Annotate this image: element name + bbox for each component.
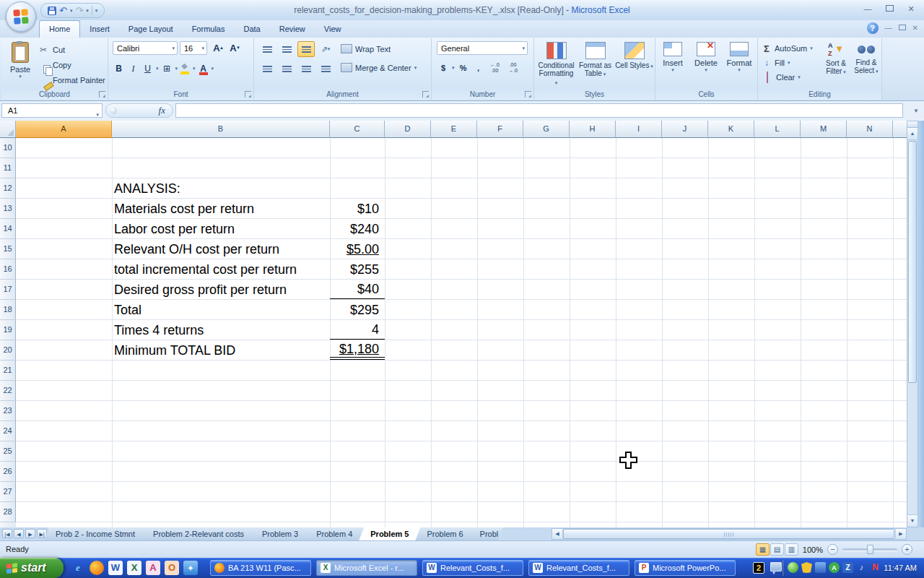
column-header-n[interactable]: N [847,121,893,138]
ribbon-tab[interactable]: Home [39,20,80,38]
row-header[interactable]: 14 [0,219,16,239]
fill-color-dropdown-arrow[interactable]: ▾ [193,66,196,72]
quick-launch-icon[interactable] [183,561,198,575]
delete-cells-button[interactable]: Delete ▾ [690,42,722,73]
row-header[interactable]: 24 [0,421,16,441]
last-sheet-button[interactable]: ▶| [37,529,47,538]
row-header[interactable]: 12 [0,178,16,199]
sheet-tab[interactable]: Problem 2-Relevant costs [141,527,256,540]
font-color-icon[interactable]: A [198,64,209,74]
zoom-slider-thumb[interactable] [867,545,873,554]
taskbar-overflow-badge[interactable]: 2 [753,562,764,574]
merge-center-dropdown-arrow[interactable]: ▾ [414,65,417,71]
underline-dropdown-arrow[interactable]: ▾ [156,66,159,72]
row-header[interactable]: 20 [0,340,16,361]
column-header-i[interactable]: I [616,121,662,138]
cell-C13[interactable]: $10 [330,199,385,219]
workbook-close-button[interactable]: ✕ [912,23,918,33]
font-size-select[interactable]: 16▾ [180,41,207,55]
sheet-tab[interactable]: Problem 4 [305,527,364,540]
merge-center-button[interactable]: Merge & Center▾ [341,60,417,75]
normal-view-button[interactable]: ▦ [756,543,770,556]
shrink-font-button[interactable]: A▼ [226,41,240,55]
conditional-formatting-button[interactable]: Conditional Formatting ▾ [537,41,575,90]
row-header[interactable]: 17 [0,280,16,300]
zoom-in-button[interactable]: + [902,544,912,555]
font-family-select[interactable]: Calibri▾ [113,41,178,55]
align-center-button[interactable] [278,61,295,77]
row-header[interactable]: 26 [0,462,16,482]
column-header-l[interactable]: L [754,121,801,138]
ribbon-tab[interactable]: Page Layout [119,20,183,38]
column-header-j[interactable]: J [662,121,708,138]
page-break-view-button[interactable]: ▥ [785,543,798,556]
row-header[interactable]: 25 [0,441,16,462]
cell-B18[interactable]: Total [114,300,141,320]
paste-dropdown-arrow[interactable]: ▾ [5,74,35,79]
grow-font-button[interactable]: A▲ [209,41,224,55]
name-box-dropdown-arrow[interactable]: ▾ [96,108,99,121]
undo-dropdown-arrow[interactable]: ▾ [70,8,73,14]
column-header-m[interactable]: M [801,121,847,138]
cell-C18[interactable]: $295 [330,300,385,320]
column-header-h[interactable]: H [570,121,616,138]
row-header[interactable]: 13 [0,199,16,219]
orientation-button[interactable]: ⇗▾ [317,41,334,57]
cells-area[interactable]: ANALYSIS: Materials cost per return $10 … [16,138,907,527]
row-header[interactable]: 23 [0,401,16,421]
decrease-decimal-button[interactable] [505,61,521,75]
row-header[interactable]: 11 [0,158,16,178]
select-all-corner[interactable] [0,121,16,138]
align-left-button[interactable] [258,61,276,77]
middle-align-button[interactable] [278,41,295,57]
column-header-a[interactable]: A [16,121,112,138]
column-header-f[interactable]: F [477,121,523,138]
cell-B13[interactable]: Materials cost per return [114,199,254,219]
undo-icon[interactable]: ↶ [59,6,67,15]
italic-button[interactable]: I [127,61,139,76]
cell-B19[interactable]: Times 4 returns [114,320,204,340]
help-icon[interactable]: ? [867,22,879,34]
vertical-scroll-thumb[interactable] [908,141,917,383]
workbook-restore-button[interactable] [899,23,906,33]
accounting-dropdown-arrow[interactable]: ▾ [452,65,455,71]
insert-function-area[interactable]: fx [105,103,173,118]
quick-launch-icon[interactable] [90,561,104,575]
row-header[interactable]: 28 [0,502,16,522]
taskbar-button[interactable]: BA 213 W11 (Pasc... [210,560,311,576]
row-header[interactable]: 19 [0,320,16,340]
row-header[interactable]: 15 [0,239,16,259]
borders-button[interactable]: ⊞ [161,61,173,76]
sheet-tab[interactable]: Prob 2 - Income Stmnt [44,527,147,540]
cell-C20[interactable]: $1,180 [330,340,385,360]
tray-icon[interactable] [870,562,881,573]
cell-B17[interactable]: Desired gross profit per return [114,280,287,300]
insert-cells-button[interactable]: Insert ▾ [657,42,689,73]
top-align-button[interactable] [258,41,276,57]
ribbon-tab[interactable]: Insert [80,20,119,38]
scroll-down-arrow[interactable]: ▼ [907,514,918,527]
borders-dropdown-arrow[interactable]: ▾ [175,66,178,72]
taskbar-button[interactable]: Relevant_Costs_f... [528,560,629,576]
align-right-button[interactable] [297,61,315,77]
increase-decimal-button[interactable] [487,61,503,75]
bottom-align-button[interactable] [297,41,315,57]
row-header[interactable]: 22 [0,381,16,401]
minimize-button[interactable]: — [860,4,875,14]
taskbar-button[interactable]: Microsoft PowerPo... [635,560,736,576]
desktop-toolbar-chevron[interactable]: ▼ [772,571,776,575]
paste-button[interactable]: Paste ▾ [5,40,35,88]
cell-C17[interactable]: $40 [330,280,385,299]
ribbon-tab[interactable]: Review [270,20,315,38]
wrap-text-button[interactable]: Wrap Text [341,41,417,56]
cell-C19[interactable]: 4 [330,320,385,340]
fill-button[interactable]: ↓Fill▾ [762,56,813,70]
first-sheet-button[interactable]: |◀ [2,529,12,538]
format-cells-button[interactable]: Format ▾ [723,42,755,73]
cell-C14[interactable]: $240 [330,219,385,239]
cut-button[interactable]: ✂Cut [38,42,105,57]
row-header[interactable]: 18 [0,300,16,320]
tray-icon[interactable] [842,562,853,573]
percent-style-button[interactable]: % [457,61,470,75]
row-header[interactable]: 10 [0,138,16,158]
